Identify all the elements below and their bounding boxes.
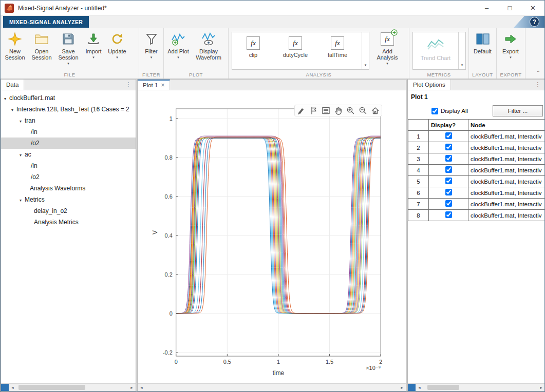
filter-dialog-button[interactable]: Filter ... [493, 105, 543, 116]
display-waveform-button[interactable]: Display Waveform [192, 30, 225, 61]
import-dropdown-icon[interactable]: ▾ [82, 55, 105, 60]
tab-plot-1[interactable]: Plot 1 × [138, 80, 170, 90]
display-all-label[interactable]: Display All [441, 108, 468, 114]
metrics-gallery-expand-icon[interactable]: ▾ [458, 32, 465, 69]
scroll-left-icon[interactable]: ◄ [416, 386, 423, 389]
export-dropdown-icon[interactable]: ▾ [498, 55, 523, 60]
tree-item[interactable]: Analysis Metrics [1, 217, 136, 228]
legend-icon[interactable] [322, 106, 330, 115]
tree-item[interactable]: /o2 [1, 171, 136, 183]
plus-icon [391, 29, 398, 38]
add-plot-dropdown-icon[interactable]: ▾ [165, 55, 191, 60]
zoom-out-icon[interactable] [359, 106, 367, 115]
row-node-label: clockBuffer1.mat, Interactiv [468, 165, 545, 176]
plot-options-menu-icon[interactable]: ⋮ [531, 80, 545, 90]
minimize-button[interactable]: – [475, 1, 498, 15]
add-plot-button[interactable]: Add Plot ▾ [165, 30, 191, 60]
svg-text:0: 0 [170, 310, 173, 317]
tree-item[interactable]: Analysis Waveforms [1, 183, 136, 194]
row-display-checkbox[interactable] [445, 189, 452, 195]
gallery-expand-icon[interactable]: ▾ [362, 32, 369, 69]
analysis-clip-button[interactable]: fx clip [232, 32, 274, 69]
toolstrip-section-filter: Filter ▾ FILTER [139, 28, 164, 79]
save-session-dropdown-icon[interactable]: ▾ [55, 61, 81, 66]
data-panel-menu-icon[interactable]: ⋮ [121, 80, 136, 90]
update-dropdown-icon[interactable]: ▾ [106, 55, 128, 60]
panel-resize-grip[interactable] [1, 384, 9, 391]
analysis-falltime-button[interactable]: fx fallTime [316, 32, 359, 69]
ribbon-tab-mixed-signal-analyzer[interactable]: MIXED-SIGNAL ANALYZER [3, 16, 89, 28]
data-panel-hscrollbar[interactable]: ◄ ► [1, 383, 136, 391]
filter-button[interactable]: Filter ▾ [141, 30, 162, 60]
tree-item-label: /in [31, 128, 37, 135]
row-display-checkbox[interactable] [445, 166, 452, 173]
row-index: 4 [408, 165, 429, 176]
trend-chart-button[interactable]: Trend Chart [413, 32, 458, 61]
toolstrip-section-analysis: fx clip fx dutyCycle fx fallTime ▾ fx [229, 28, 409, 79]
scroll-left-icon[interactable]: ◄ [9, 386, 16, 389]
close-button[interactable]: ✕ [521, 1, 544, 15]
tree-item[interactable]: ▾tran [1, 115, 136, 126]
tree-item[interactable]: delay_in_o2 [1, 205, 136, 217]
tab-data[interactable]: Data [1, 80, 24, 90]
zoom-in-icon[interactable] [346, 106, 355, 115]
table-header-row: Display? Node [408, 120, 545, 131]
save-session-button[interactable]: Save Session ▾ [55, 30, 81, 66]
svg-text:1: 1 [277, 359, 280, 365]
add-analysis-dropdown-icon[interactable]: ▾ [373, 61, 402, 66]
tab-plot-options[interactable]: Plot Options [408, 80, 451, 90]
tree-item[interactable]: ▾Metrics [1, 194, 136, 205]
export-button[interactable]: Export ▾ [498, 30, 523, 60]
tree-expander-icon[interactable]: ▾ [4, 93, 9, 105]
row-display-checkbox[interactable] [445, 132, 452, 139]
row-display-checkbox[interactable] [445, 200, 452, 207]
svg-text:0.4: 0.4 [165, 232, 173, 239]
waveform-chart[interactable]: 00.511.52-0.200.20.40.60.81time×10⁻⁹V [138, 90, 406, 383]
row-display-checkbox[interactable] [445, 155, 452, 162]
tree-item-label: /in [31, 162, 37, 169]
scroll-right-icon[interactable]: ► [128, 386, 136, 389]
tree-expander-icon[interactable]: ▾ [11, 105, 16, 116]
scroll-right-icon[interactable]: ► [398, 386, 406, 389]
scrollbar-thumb[interactable] [427, 385, 459, 390]
data-panel-header: Data ⋮ [1, 80, 136, 90]
filter-dropdown-icon[interactable]: ▾ [141, 55, 162, 60]
plot-panel-hscrollbar[interactable]: ◄ ► [138, 383, 406, 391]
tree-expander-icon[interactable]: ▾ [20, 195, 25, 206]
datatip-icon[interactable] [309, 106, 318, 115]
new-session-button[interactable]: New Session [2, 30, 28, 61]
add-analysis-button[interactable]: fx Add Analysis ▾ [373, 30, 402, 66]
tree-expander-icon[interactable]: ▾ [20, 116, 25, 127]
tree-item[interactable]: /in [1, 126, 136, 138]
plot-options-hscrollbar[interactable]: ◄ ► [408, 383, 545, 391]
tree-item[interactable]: /o2 [1, 138, 136, 149]
tree-expander-icon[interactable]: ▾ [20, 150, 25, 161]
help-button[interactable]: ? [530, 17, 539, 27]
panel-resize-grip[interactable] [408, 384, 416, 391]
row-display-checkbox[interactable] [445, 144, 452, 150]
home-icon[interactable] [371, 106, 380, 115]
scrollbar-thumb[interactable] [18, 385, 85, 390]
default-layout-button[interactable]: Default [471, 30, 495, 54]
import-button[interactable]: Import ▾ [82, 30, 105, 60]
tree-item[interactable]: /in [1, 160, 136, 171]
scroll-right-icon[interactable]: ► [537, 386, 545, 389]
pan-icon[interactable] [334, 106, 343, 115]
close-tab-icon[interactable]: × [161, 82, 164, 89]
analysis-dutycycle-button[interactable]: fx dutyCycle [274, 32, 316, 69]
row-display-checkbox[interactable] [445, 211, 452, 218]
collapse-ribbon-icon[interactable]: ⌃ [536, 70, 540, 75]
display-all-checkbox[interactable] [431, 108, 438, 114]
tree-item[interactable]: ▾clockBuffer1.mat [1, 92, 136, 104]
scroll-left-icon[interactable]: ◄ [138, 386, 145, 389]
brush-icon[interactable] [297, 106, 306, 115]
tree-item[interactable]: ▾ac [1, 149, 136, 160]
update-button[interactable]: Update ▾ [106, 30, 128, 60]
open-session-button[interactable]: Open Session [29, 30, 54, 61]
trend-chart-icon [427, 44, 444, 52]
row-display-checkbox[interactable] [445, 178, 452, 184]
maximize-button[interactable]: □ [498, 1, 521, 15]
svg-text:1.5: 1.5 [326, 359, 333, 365]
tree-item[interactable]: ▾Interactive.128, Bash_Test (16 Cases = … [1, 104, 136, 115]
fx-icon: fx [331, 36, 344, 50]
